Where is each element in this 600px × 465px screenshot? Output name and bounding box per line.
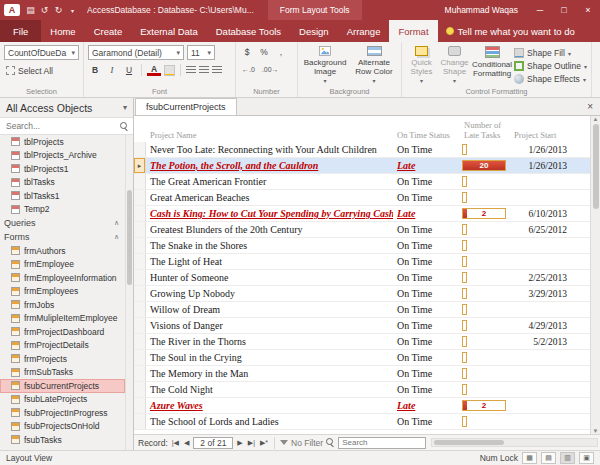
cell-on-time-status[interactable]: On Time	[393, 366, 460, 381]
cell-late-tasks[interactable]	[460, 190, 510, 205]
record-selector[interactable]	[134, 238, 146, 253]
font-name-combo[interactable]: Garamond (Detail) ▾	[88, 45, 184, 60]
cell-project-start[interactable]: 6/25/2012	[510, 222, 571, 237]
cell-late-tasks[interactable]	[460, 286, 510, 301]
record-selector[interactable]	[134, 174, 146, 189]
cell-project-start[interactable]: 5/2/2013	[510, 334, 571, 349]
alternate-row-color-button[interactable]: Alternate Row Color ▾	[351, 45, 397, 85]
cell-project-name[interactable]: The Memory in the Man	[146, 366, 393, 381]
tell-me-box[interactable]: Tell me what you want to do	[446, 20, 575, 42]
record-selector[interactable]	[134, 302, 146, 317]
cell-project-start[interactable]	[510, 254, 571, 269]
cell-project-start[interactable]	[510, 350, 571, 365]
ribbon-tab[interactable]: Design	[290, 20, 338, 42]
nav-item-form[interactable]: fsubTasks	[0, 433, 125, 447]
cell-project-start[interactable]	[510, 238, 571, 253]
qat-customize-icon[interactable]: ▾	[66, 7, 79, 14]
cell-project-start[interactable]	[510, 190, 571, 205]
cell-on-time-status[interactable]: On Time	[393, 174, 460, 189]
nav-item-form[interactable]: frmMulipleItemEmployee	[0, 312, 125, 326]
cell-project-name[interactable]: Willow of Dream	[146, 302, 393, 317]
filter-icon[interactable]	[280, 440, 288, 445]
quick-styles-button[interactable]: Quick Styles ▾	[406, 45, 437, 85]
cell-late-tasks[interactable]: 2	[460, 398, 510, 413]
ribbon-tab[interactable]: Home	[41, 20, 84, 42]
cell-late-tasks[interactable]	[460, 318, 510, 333]
cell-project-name[interactable]: The Soul in the Crying	[146, 350, 393, 365]
ribbon-tab[interactable]: Format	[389, 20, 437, 42]
cell-late-tasks[interactable]	[460, 414, 510, 429]
record-selector[interactable]	[134, 318, 146, 333]
nav-item-form[interactable]: frmEmployee	[0, 258, 125, 272]
cell-on-time-status[interactable]: On Time	[393, 254, 460, 269]
column-header-late-tasks[interactable]: Number of Late Tasks	[460, 121, 510, 140]
cell-on-time-status[interactable]: On Time	[393, 190, 460, 205]
cell-project-name[interactable]: Hunter of Someone	[146, 270, 393, 285]
comma-format-button[interactable]: ,	[274, 45, 288, 59]
cell-project-name[interactable]: The School of Lords and Ladies	[146, 414, 393, 429]
cell-project-start[interactable]: 2/25/2013	[510, 270, 571, 285]
cell-project-name[interactable]: The Snake in the Shores	[146, 238, 393, 253]
signed-in-user[interactable]: Muhammad Waqas	[445, 5, 518, 15]
last-record-button[interactable]: ▶|	[247, 439, 256, 447]
document-tab[interactable]: fsubCurrentProjects	[135, 98, 237, 115]
maximize-button[interactable]: □	[552, 0, 576, 20]
cell-late-tasks[interactable]	[460, 334, 510, 349]
table-row[interactable]: The River in the Thorns On Time	[134, 334, 590, 350]
cell-on-time-status[interactable]: On Time	[393, 414, 460, 429]
nav-item-table[interactable]: tblProjects	[0, 135, 125, 149]
nav-item-table[interactable]: Temp2	[0, 203, 125, 217]
record-selector[interactable]	[134, 142, 146, 157]
column-header-on-time-status[interactable]: On Time Status	[393, 131, 460, 140]
cell-late-tasks[interactable]	[460, 254, 510, 269]
cell-project-start[interactable]	[510, 366, 571, 381]
cell-project-start[interactable]: 1/26/2013	[510, 158, 571, 173]
cell-late-tasks[interactable]	[460, 302, 510, 317]
record-selector[interactable]	[134, 270, 146, 285]
cell-project-name[interactable]: The Cold Night	[146, 382, 393, 397]
font-color-button[interactable]: A	[147, 64, 161, 76]
table-row[interactable]: Hunter of Someone On Time	[134, 270, 590, 286]
cell-on-time-status[interactable]: On Time	[393, 270, 460, 285]
nav-scrollbar[interactable]	[125, 135, 133, 450]
table-row[interactable]: Cash is King: How to Cut Your Spending b…	[134, 206, 590, 222]
table-row[interactable]: The Snake in the Shores On Time	[134, 238, 590, 254]
align-right-icon[interactable]	[212, 66, 222, 74]
table-row[interactable]: The Great American Frontier On Time	[134, 174, 590, 190]
cell-late-tasks[interactable]	[460, 366, 510, 381]
cell-project-start[interactable]: 6/10/2013	[510, 206, 571, 221]
nav-item-form[interactable]: fsubProjectsOnHold	[0, 420, 125, 434]
cell-project-start[interactable]: 3/29/2013	[510, 286, 571, 301]
control-selector-combo[interactable]: CountOfDueDa ▾	[4, 45, 79, 60]
nav-item-form[interactable]: frmSubTasks	[0, 366, 125, 380]
chevron-down-icon[interactable]: ▾	[123, 103, 127, 112]
cell-project-name[interactable]: Greatest Blunders of the 20th Century	[146, 222, 393, 237]
cell-project-name[interactable]: Never Too Late: Reconnecting with Your A…	[146, 142, 393, 157]
table-row[interactable]: Never Too Late: Reconnecting with Your A…	[134, 142, 590, 158]
cell-project-start[interactable]: 4/29/2013	[510, 318, 571, 333]
background-image-button[interactable]: Background Image ▾	[302, 45, 348, 85]
cell-late-tasks[interactable]	[460, 382, 510, 397]
nav-scrollbar-thumb[interactable]	[127, 190, 132, 285]
cell-late-tasks[interactable]: 2	[460, 206, 510, 221]
nav-item-form[interactable]: frmProjectDashboard	[0, 325, 125, 339]
table-row[interactable]: The School of Lords and Ladies On Time	[134, 414, 590, 430]
decrease-decimals-button[interactable]: .00→	[260, 62, 281, 76]
nav-item-form[interactable]: frmProjectDetails	[0, 339, 125, 353]
form-view-button[interactable]: ▦	[522, 452, 537, 464]
record-selector[interactable]	[134, 286, 146, 301]
table-row[interactable]: The Memory in the Man On Time	[134, 366, 590, 382]
first-record-button[interactable]: |◀	[171, 439, 180, 447]
record-selector[interactable]	[134, 158, 146, 173]
cell-on-time-status[interactable]: Late	[393, 206, 460, 221]
cell-on-time-status[interactable]: On Time	[393, 334, 460, 349]
nav-item-form[interactable]: frmJobs	[0, 298, 125, 312]
nav-group-queries[interactable]: Queries ∧	[0, 216, 125, 230]
close-button[interactable]: ×	[576, 0, 600, 20]
cell-on-time-status[interactable]: Late	[393, 398, 460, 413]
ribbon-tab[interactable]: External Data	[131, 20, 207, 42]
cell-late-tasks[interactable]	[460, 238, 510, 253]
table-row[interactable]: Willow of Dream On Time	[134, 302, 590, 318]
cell-on-time-status[interactable]: On Time	[393, 142, 460, 157]
ribbon-tab[interactable]: Database Tools	[207, 20, 290, 42]
